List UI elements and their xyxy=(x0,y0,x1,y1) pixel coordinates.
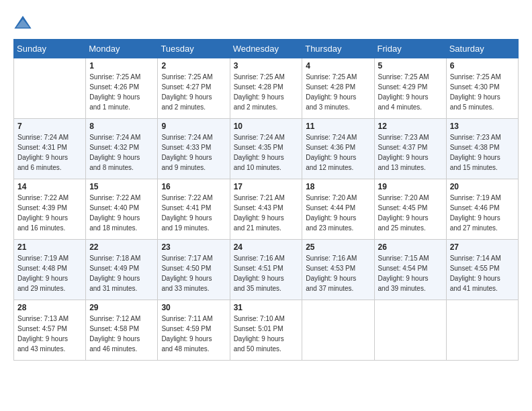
day-number: 14 xyxy=(17,182,82,191)
day-number: 6 xyxy=(450,61,515,71)
calendar-cell: 21Sunrise: 7:19 AM Sunset: 4:48 PM Dayli… xyxy=(14,240,86,300)
calendar-cell: 28Sunrise: 7:13 AM Sunset: 4:57 PM Dayli… xyxy=(14,300,86,361)
calendar-cell: 13Sunrise: 7:23 AM Sunset: 4:38 PM Dayli… xyxy=(446,119,518,179)
day-info: Sunrise: 7:22 AM Sunset: 4:40 PM Dayligh… xyxy=(89,193,154,233)
calendar-cell: 24Sunrise: 7:16 AM Sunset: 4:51 PM Dayli… xyxy=(230,240,302,300)
calendar-cell: 26Sunrise: 7:15 AM Sunset: 4:54 PM Dayli… xyxy=(374,240,446,300)
calendar-week-row: 1Sunrise: 7:25 AM Sunset: 4:26 PM Daylig… xyxy=(14,58,519,119)
calendar-cell xyxy=(374,300,446,361)
calendar-cell: 1Sunrise: 7:25 AM Sunset: 4:26 PM Daylig… xyxy=(86,58,158,119)
day-info: Sunrise: 7:22 AM Sunset: 4:41 PM Dayligh… xyxy=(161,193,226,233)
day-number: 13 xyxy=(450,122,515,131)
day-number: 17 xyxy=(234,182,299,191)
day-number: 2 xyxy=(161,61,226,71)
page-header xyxy=(13,13,519,32)
day-info: Sunrise: 7:17 AM Sunset: 4:50 PM Dayligh… xyxy=(161,253,226,293)
day-info: Sunrise: 7:20 AM Sunset: 4:45 PM Dayligh… xyxy=(378,193,443,233)
calendar-cell: 30Sunrise: 7:11 AM Sunset: 4:59 PM Dayli… xyxy=(158,300,230,361)
day-info: Sunrise: 7:25 AM Sunset: 4:28 PM Dayligh… xyxy=(306,72,370,112)
calendar-cell: 14Sunrise: 7:22 AM Sunset: 4:39 PM Dayli… xyxy=(14,179,86,240)
day-number: 1 xyxy=(89,61,154,71)
day-of-week-header: Thursday xyxy=(302,40,374,58)
day-number: 25 xyxy=(306,242,370,252)
calendar-cell: 4Sunrise: 7:25 AM Sunset: 4:28 PM Daylig… xyxy=(302,58,374,119)
day-info: Sunrise: 7:13 AM Sunset: 4:57 PM Dayligh… xyxy=(17,314,82,354)
day-number: 31 xyxy=(234,303,299,312)
day-number: 22 xyxy=(89,242,154,252)
day-number: 4 xyxy=(306,61,370,71)
day-number: 29 xyxy=(89,303,154,312)
day-info: Sunrise: 7:11 AM Sunset: 4:59 PM Dayligh… xyxy=(161,314,226,354)
day-info: Sunrise: 7:25 AM Sunset: 4:26 PM Dayligh… xyxy=(89,72,154,112)
day-number: 21 xyxy=(17,242,82,252)
day-number: 26 xyxy=(378,242,443,252)
day-info: Sunrise: 7:25 AM Sunset: 4:27 PM Dayligh… xyxy=(161,72,226,112)
calendar-table: SundayMondayTuesdayWednesdayThursdayFrid… xyxy=(13,39,519,361)
day-number: 9 xyxy=(161,122,226,131)
calendar-cell: 23Sunrise: 7:17 AM Sunset: 4:50 PM Dayli… xyxy=(158,240,230,300)
day-number: 24 xyxy=(234,242,299,252)
day-number: 15 xyxy=(89,182,154,191)
calendar-cell: 16Sunrise: 7:22 AM Sunset: 4:41 PM Dayli… xyxy=(158,179,230,240)
day-info: Sunrise: 7:19 AM Sunset: 4:48 PM Dayligh… xyxy=(17,253,82,293)
day-number: 12 xyxy=(378,122,443,131)
day-number: 19 xyxy=(378,182,443,191)
day-number: 10 xyxy=(234,122,299,131)
day-info: Sunrise: 7:19 AM Sunset: 4:46 PM Dayligh… xyxy=(450,193,515,233)
calendar-cell: 19Sunrise: 7:20 AM Sunset: 4:45 PM Dayli… xyxy=(374,179,446,240)
calendar-cell: 12Sunrise: 7:23 AM Sunset: 4:37 PM Dayli… xyxy=(374,119,446,179)
calendar-cell xyxy=(302,300,374,361)
logo xyxy=(13,13,35,32)
day-number: 23 xyxy=(161,242,226,252)
day-info: Sunrise: 7:24 AM Sunset: 4:31 PM Dayligh… xyxy=(17,132,82,173)
day-info: Sunrise: 7:10 AM Sunset: 5:01 PM Dayligh… xyxy=(234,314,299,354)
day-info: Sunrise: 7:22 AM Sunset: 4:39 PM Dayligh… xyxy=(17,193,82,233)
day-number: 20 xyxy=(450,182,515,191)
day-info: Sunrise: 7:18 AM Sunset: 4:49 PM Dayligh… xyxy=(89,253,154,293)
day-number: 5 xyxy=(378,61,443,71)
day-info: Sunrise: 7:24 AM Sunset: 4:32 PM Dayligh… xyxy=(89,132,154,173)
calendar-cell: 3Sunrise: 7:25 AM Sunset: 4:28 PM Daylig… xyxy=(230,58,302,119)
calendar-header-row: SundayMondayTuesdayWednesdayThursdayFrid… xyxy=(14,40,519,58)
day-info: Sunrise: 7:21 AM Sunset: 4:43 PM Dayligh… xyxy=(234,193,299,233)
calendar-cell: 9Sunrise: 7:24 AM Sunset: 4:33 PM Daylig… xyxy=(158,119,230,179)
day-info: Sunrise: 7:16 AM Sunset: 4:53 PM Dayligh… xyxy=(306,253,370,293)
day-of-week-header: Sunday xyxy=(14,40,86,58)
calendar-cell: 25Sunrise: 7:16 AM Sunset: 4:53 PM Dayli… xyxy=(302,240,374,300)
day-info: Sunrise: 7:25 AM Sunset: 4:30 PM Dayligh… xyxy=(450,72,515,112)
calendar-cell: 22Sunrise: 7:18 AM Sunset: 4:49 PM Dayli… xyxy=(86,240,158,300)
day-of-week-header: Monday xyxy=(86,40,158,58)
day-info: Sunrise: 7:24 AM Sunset: 4:33 PM Dayligh… xyxy=(161,132,226,173)
calendar-cell: 8Sunrise: 7:24 AM Sunset: 4:32 PM Daylig… xyxy=(86,119,158,179)
calendar-cell: 20Sunrise: 7:19 AM Sunset: 4:46 PM Dayli… xyxy=(446,179,518,240)
day-of-week-header: Friday xyxy=(374,40,446,58)
day-number: 30 xyxy=(161,303,226,312)
calendar-cell: 29Sunrise: 7:12 AM Sunset: 4:58 PM Dayli… xyxy=(86,300,158,361)
day-of-week-header: Wednesday xyxy=(230,40,302,58)
calendar-week-row: 21Sunrise: 7:19 AM Sunset: 4:48 PM Dayli… xyxy=(14,240,519,300)
day-info: Sunrise: 7:15 AM Sunset: 4:54 PM Dayligh… xyxy=(378,253,443,293)
day-number: 28 xyxy=(17,303,82,312)
calendar-cell: 5Sunrise: 7:25 AM Sunset: 4:29 PM Daylig… xyxy=(374,58,446,119)
calendar-cell: 10Sunrise: 7:24 AM Sunset: 4:35 PM Dayli… xyxy=(230,119,302,179)
calendar-cell: 31Sunrise: 7:10 AM Sunset: 5:01 PM Dayli… xyxy=(230,300,302,361)
day-info: Sunrise: 7:12 AM Sunset: 4:58 PM Dayligh… xyxy=(89,314,154,354)
calendar-cell: 27Sunrise: 7:14 AM Sunset: 4:55 PM Dayli… xyxy=(446,240,518,300)
calendar-cell xyxy=(446,300,518,361)
day-number: 18 xyxy=(306,182,370,191)
calendar-cell: 6Sunrise: 7:25 AM Sunset: 4:30 PM Daylig… xyxy=(446,58,518,119)
day-number: 8 xyxy=(89,122,154,131)
day-of-week-header: Saturday xyxy=(446,40,518,58)
calendar-week-row: 7Sunrise: 7:24 AM Sunset: 4:31 PM Daylig… xyxy=(14,119,519,179)
day-info: Sunrise: 7:24 AM Sunset: 4:36 PM Dayligh… xyxy=(306,132,370,173)
day-info: Sunrise: 7:24 AM Sunset: 4:35 PM Dayligh… xyxy=(234,132,299,173)
day-number: 16 xyxy=(161,182,226,191)
calendar-cell: 7Sunrise: 7:24 AM Sunset: 4:31 PM Daylig… xyxy=(14,119,86,179)
day-info: Sunrise: 7:20 AM Sunset: 4:44 PM Dayligh… xyxy=(306,193,370,233)
calendar-cell: 18Sunrise: 7:20 AM Sunset: 4:44 PM Dayli… xyxy=(302,179,374,240)
day-info: Sunrise: 7:25 AM Sunset: 4:28 PM Dayligh… xyxy=(234,72,299,112)
calendar-week-row: 28Sunrise: 7:13 AM Sunset: 4:57 PM Dayli… xyxy=(14,300,519,361)
logo-icon xyxy=(13,13,32,32)
day-info: Sunrise: 7:25 AM Sunset: 4:29 PM Dayligh… xyxy=(378,72,443,112)
calendar-cell: 17Sunrise: 7:21 AM Sunset: 4:43 PM Dayli… xyxy=(230,179,302,240)
